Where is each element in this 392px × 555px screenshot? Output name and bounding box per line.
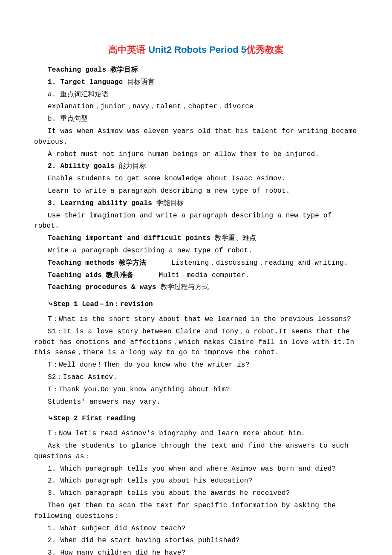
step1-p3: T：Well done！Then do you know who the wri… bbox=[34, 360, 358, 370]
step-2-text: Step 2 First reading bbox=[53, 415, 135, 422]
title-prefix: 高中英语 bbox=[108, 44, 148, 55]
step1-p6: Students' answers may vary. bbox=[34, 397, 358, 408]
teaching-aids-cn: 教具准备 bbox=[106, 272, 134, 279]
learning-goals-cn: 学能目标 bbox=[156, 199, 184, 207]
ability-goals-en: 2. Ability goals bbox=[48, 162, 119, 170]
step-1-text: Step 1 Lead－in：revision bbox=[53, 301, 153, 308]
learning-goals-en: 3. Learning ability goals bbox=[48, 199, 152, 207]
important-points-heading: Teaching important and difficult points … bbox=[34, 233, 358, 244]
arrow-icon: ⤷ bbox=[48, 300, 53, 307]
step2-p2: Ask the students to glance through the t… bbox=[34, 441, 358, 462]
target-language-heading: 1. Target language 目标语言 bbox=[34, 77, 358, 88]
procedures-heading: Teaching procedures & ways 教学过程与方式 bbox=[34, 282, 358, 293]
teaching-methods-line: Teaching methods 教学方法 Listening，discussi… bbox=[34, 258, 358, 269]
sentence-1: It was when Asimov was eleven years old … bbox=[34, 126, 358, 147]
step2-q4: 1. What subject did Asimov teach? bbox=[34, 523, 358, 534]
step1-p5: T：Thank you.Do you know anything about h… bbox=[34, 384, 358, 395]
teaching-aids-body: Multi－media computer. bbox=[159, 272, 249, 279]
title-suffix: 优秀教案 bbox=[246, 44, 284, 55]
ability-goals-heading: 2. Ability goals 能力目标 bbox=[34, 161, 358, 172]
step-2-heading: ⤷Step 2 First reading bbox=[34, 413, 358, 424]
step2-q1: 1. Which paragraph tells you when and wh… bbox=[34, 464, 358, 474]
teaching-methods-cn: 教学方法 bbox=[119, 259, 147, 267]
vocab-label: a. 重点词汇和短语 bbox=[34, 90, 358, 100]
title-unit: Unit2 Robots Period 5 bbox=[148, 44, 246, 55]
procedures-en: Teaching procedures & ways bbox=[48, 283, 161, 291]
step1-p2: S1：It is a love story between Claire and… bbox=[34, 327, 358, 358]
important-points-cn: 教学重、难点 bbox=[215, 234, 256, 242]
step2-p1: T：Now let's read Asimov's biography and … bbox=[34, 428, 358, 439]
target-language-cn: 目标语言 bbox=[127, 78, 155, 86]
teaching-goals-heading: Teaching goals 教学目标 bbox=[34, 65, 358, 75]
target-language-en: 1. Target language bbox=[48, 78, 123, 86]
step2-q5: 2. When did he start having stories publ… bbox=[34, 535, 358, 546]
step2-p3: Then get them to scan the text for speci… bbox=[34, 500, 358, 522]
important-points-en: Teaching important and difficult points bbox=[48, 234, 210, 242]
learning-1: Use their imagination and write a paragr… bbox=[34, 211, 358, 232]
ability-goals-cn: 能力目标 bbox=[119, 162, 147, 170]
step1-p4: S2：Isaac Asimov. bbox=[34, 372, 358, 383]
vocab-list: explanation，junior，navy，talent，chapter，d… bbox=[34, 101, 358, 112]
procedures-cn: 教学过程与方式 bbox=[161, 283, 209, 291]
teaching-methods-body: Listening，discussing，reading and writing… bbox=[171, 259, 348, 267]
step-1-heading: ⤷Step 1 Lead－in：revision bbox=[34, 299, 358, 310]
important-points-body: Write a paragraph describing a new type … bbox=[34, 246, 358, 256]
sentence-2: A robot must not injure human beings or … bbox=[34, 149, 358, 160]
sentence-label: b. 重点句型 bbox=[34, 114, 358, 124]
teaching-methods-en: Teaching methods bbox=[48, 259, 115, 267]
teaching-aids-line: Teaching aids 教具准备 Multi－media computer. bbox=[34, 270, 358, 281]
teaching-goals-en: Teaching goals bbox=[48, 66, 110, 74]
step2-q3: 3. Which paragraph tells you about the a… bbox=[34, 488, 358, 499]
step2-q2: 2. Which paragraph tells you about his e… bbox=[34, 476, 358, 486]
step1-p1: T：What is the short story about that we … bbox=[34, 314, 358, 325]
step2-q6: 3. How many children did he have? bbox=[34, 548, 358, 555]
page-title: 高中英语 Unit2 Robots Period 5优秀教案 bbox=[34, 43, 358, 57]
teaching-aids-en: Teaching aids bbox=[48, 272, 106, 279]
teaching-goals-cn: 教学目标 bbox=[110, 66, 138, 74]
ability-1: Enable students to get some knowledge ab… bbox=[34, 173, 358, 184]
ability-2: Learn to write a paragraph describing a … bbox=[34, 186, 358, 197]
arrow-icon: ⤷ bbox=[48, 414, 53, 422]
learning-goals-heading: 3. Learning ability goals 学能目标 bbox=[34, 198, 358, 209]
